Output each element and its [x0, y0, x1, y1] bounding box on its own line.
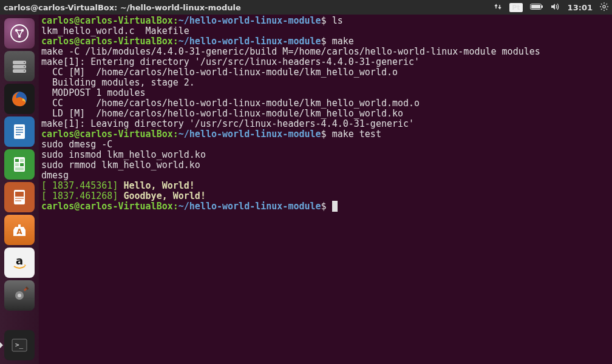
dmesg-time: [ 1837.461268] — [41, 190, 123, 201]
launcher-calc[interactable] — [4, 149, 35, 180]
terminal-output[interactable]: carlos@carlos-VirtualBox:~/hello-world-l… — [39, 15, 612, 364]
output-line: LD [M] /home/carlos/hello-world-linux-mo… — [41, 108, 403, 119]
svg-text:A: A — [16, 228, 22, 236]
svg-rect-32 — [15, 159, 19, 162]
dmesg-msg: Goodbye, World! — [123, 190, 205, 201]
launcher-files[interactable] — [4, 51, 35, 81]
output-line: sudo dmesg -C — [41, 139, 112, 150]
system-indicators: Pt 13:01 — [494, 2, 608, 13]
output-line: CC [M] /home/carlos/hello-world-linux-mo… — [41, 67, 398, 78]
output-line: make -C /lib/modules/4.4.0-31-generic/bu… — [41, 46, 540, 57]
window-title: carlos@carlos-VirtualBox: ~/hello-world-… — [4, 3, 241, 12]
svg-rect-34 — [15, 163, 19, 166]
svg-line-11 — [607, 4, 608, 5]
output-line: sudo rmmod lkm_hello_world.ko — [41, 160, 200, 170]
launcher-terminal[interactable]: >_ — [4, 330, 35, 360]
svg-rect-38 — [15, 192, 24, 197]
svg-point-12 — [11, 25, 28, 42]
launcher-settings[interactable] — [4, 280, 35, 311]
output-line: MODPOST 1 modules — [41, 87, 146, 98]
launcher-firefox[interactable] — [4, 84, 35, 114]
svg-text:a: a — [16, 254, 23, 267]
svg-line-17 — [16, 30, 19, 36]
main-area: A a >_ carlos@carlos-VirtualBox:~/hello-… — [0, 15, 612, 364]
launcher-software[interactable]: A — [4, 215, 35, 245]
battery-icon[interactable] — [530, 3, 543, 12]
clock[interactable]: 13:01 — [568, 3, 593, 12]
svg-point-3 — [603, 5, 605, 7]
output-line: make[1]: Leaving directory '/usr/src/lin… — [41, 118, 414, 129]
launcher-dash[interactable] — [4, 18, 35, 49]
svg-rect-40 — [15, 200, 21, 201]
launcher-amazon[interactable]: a — [4, 248, 35, 278]
svg-rect-35 — [20, 163, 24, 166]
svg-point-45 — [18, 294, 21, 297]
sound-icon[interactable] — [551, 2, 560, 13]
output-line: CC /home/carlos/hello-world-linux-module… — [41, 98, 420, 109]
output-line: sudo insmod lkm_hello_world.ko — [41, 149, 206, 160]
dmesg-msg: Hello, World! — [123, 180, 194, 191]
svg-point-22 — [24, 62, 25, 63]
svg-rect-33 — [20, 159, 24, 162]
launcher-impress[interactable] — [4, 182, 35, 212]
svg-rect-1 — [542, 5, 543, 8]
svg-rect-39 — [15, 198, 24, 199]
output-line: make[1]: Entering directory '/usr/src/li… — [41, 56, 420, 67]
prompt-userhost: carlos@carlos-VirtualBox — [41, 15, 173, 26]
keyboard-layout-indicator[interactable]: Pt — [509, 3, 522, 12]
svg-point-23 — [24, 66, 25, 67]
svg-point-24 — [24, 70, 25, 72]
output-line: dmesg — [41, 170, 69, 181]
svg-line-18 — [19, 30, 22, 36]
cmd-make: make — [332, 36, 354, 47]
terminal-cursor — [332, 201, 338, 212]
svg-line-9 — [607, 8, 608, 10]
prompt-path: ~/hello-world-linux-module — [178, 15, 321, 26]
svg-line-8 — [601, 4, 602, 5]
network-icon[interactable] — [494, 2, 502, 13]
cmd-ls: ls — [332, 15, 343, 26]
unity-launcher: A a >_ — [0, 15, 39, 364]
svg-line-10 — [601, 8, 602, 10]
output-ls: lkm_hello_world.c Makefile — [41, 25, 189, 36]
output-line: Building modules, stage 2. — [41, 77, 195, 88]
dmesg-time: [ 1837.445361] — [41, 180, 123, 191]
svg-rect-36 — [15, 167, 24, 170]
cmd-maketest: make test — [332, 129, 381, 140]
gear-icon[interactable] — [600, 2, 608, 13]
top-panel: carlos@carlos-VirtualBox: ~/hello-world-… — [0, 0, 612, 15]
svg-rect-26 — [14, 124, 25, 139]
launcher-writer[interactable] — [4, 116, 35, 147]
svg-text:>_: >_ — [15, 341, 24, 349]
svg-rect-2 — [531, 5, 540, 8]
